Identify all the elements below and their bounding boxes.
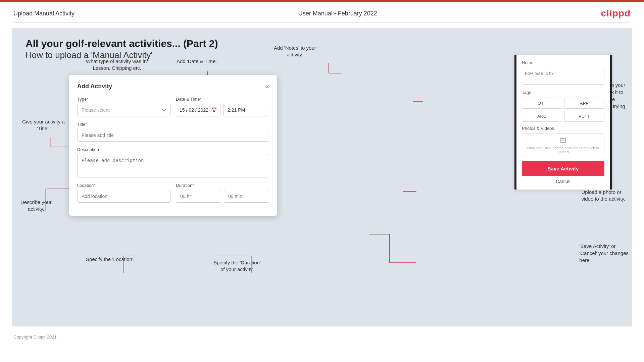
type-label: Type* (77, 97, 170, 102)
annotation-notes: Add 'Notes' to your activity. (274, 45, 316, 58)
duration-label: Duration* (176, 183, 269, 188)
duration-min-input[interactable] (224, 190, 269, 203)
date-input[interactable]: 15 / 02 / 2022 📅 (176, 104, 220, 116)
annotation-location: Specify the 'Location'. (86, 256, 135, 263)
upload-text: Drag and Drop photos and videos or click… (522, 146, 604, 154)
close-button[interactable]: × (265, 83, 269, 90)
title-label: Title* (77, 122, 269, 127)
logo: clippd (601, 8, 631, 19)
footer: Copyright Clippd 2021 (0, 332, 644, 342)
annotation-what-type: What type of activity was it? Lesson, Ch… (86, 58, 148, 71)
upload-icon: 🖼 (560, 137, 566, 145)
title-group: Title* (77, 122, 269, 142)
description-input[interactable] (77, 154, 269, 177)
header-divider (13, 22, 631, 22)
type-select[interactable]: Please select (77, 104, 170, 116)
annotation-upload: Upload a photo or video to the activity. (581, 189, 625, 202)
main-content: All your golf-relevant activities... (Pa… (12, 28, 632, 326)
notes-label: Notes (522, 60, 604, 65)
save-activity-button[interactable]: Save Activity (522, 161, 604, 176)
title-input[interactable] (77, 129, 269, 142)
notes-input[interactable] (522, 68, 604, 85)
header: Upload Manual Activity User Manual - Feb… (0, 2, 644, 22)
tag-ott[interactable]: OTT (522, 98, 562, 109)
photos-label: Photos & Videos (522, 126, 604, 131)
time-input[interactable] (223, 104, 269, 116)
tag-app[interactable]: APP (564, 98, 604, 109)
dialog-title: Add Activity (77, 83, 112, 90)
description-label: Description (77, 147, 269, 152)
datetime-label: Date & Time* (176, 97, 269, 102)
page-title-bold: All your golf-relevant activities... (Pa… (26, 38, 618, 49)
duration-hr-input[interactable] (176, 190, 221, 203)
photo-upload-area[interactable]: 🖼 Drag and Drop photos and videos or cli… (522, 134, 604, 157)
header-left: Upload Manual Activity (13, 10, 75, 17)
location-input[interactable] (77, 190, 170, 203)
add-activity-dialog: Add Activity × Type* Please select Date … (69, 75, 277, 216)
annotation-save: 'Save Activity' or 'Cancel' your changes… (579, 243, 629, 264)
type-datetime-row: Type* Please select Date & Time* 15 / 02… (77, 97, 269, 116)
datetime-group: Date & Time* 15 / 02 / 2022 📅 (176, 97, 269, 116)
duration-group: Duration* (176, 183, 269, 203)
annotation-date-time: Add 'Date & Time'. (177, 58, 218, 65)
type-group: Type* Please select (77, 97, 170, 116)
location-duration-row: Location* Duration* (77, 183, 269, 203)
description-group: Description (77, 147, 269, 177)
cancel-link[interactable]: Cancel (522, 179, 604, 184)
copyright: Copyright Clippd 2021 (13, 334, 57, 340)
header-center: User Manual - February 2022 (298, 10, 377, 17)
tag-arg[interactable]: ARG (522, 111, 562, 122)
dialog-header: Add Activity × (77, 83, 269, 90)
location-group: Location* (77, 183, 170, 203)
tag-putt[interactable]: PUTT (564, 111, 604, 122)
annotation-duration: Specify the 'Duration' of your activity. (213, 259, 261, 272)
annotation-describe: Describe your activity. (20, 199, 52, 212)
phone-panel: Notes Tags OTT APP ARG PUTT Photos & Vid… (514, 55, 612, 190)
tags-label: Tags (522, 90, 604, 95)
annotation-give-title: Give your activity a 'Title'. (22, 118, 65, 132)
location-label: Location* (77, 183, 170, 188)
tags-grid: OTT APP ARG PUTT (522, 98, 604, 122)
